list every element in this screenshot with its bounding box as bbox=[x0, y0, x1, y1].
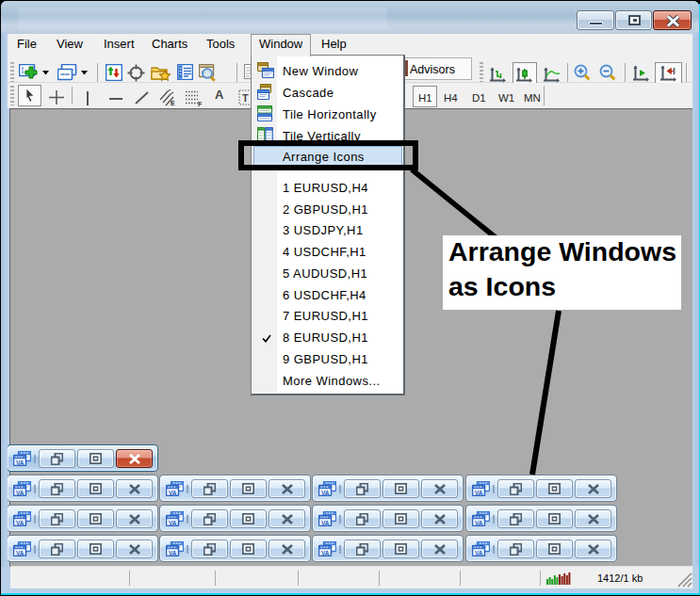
svg-text:T: T bbox=[242, 92, 249, 104]
svg-text:E: E bbox=[171, 100, 175, 106]
svg-text:F: F bbox=[198, 101, 203, 106]
